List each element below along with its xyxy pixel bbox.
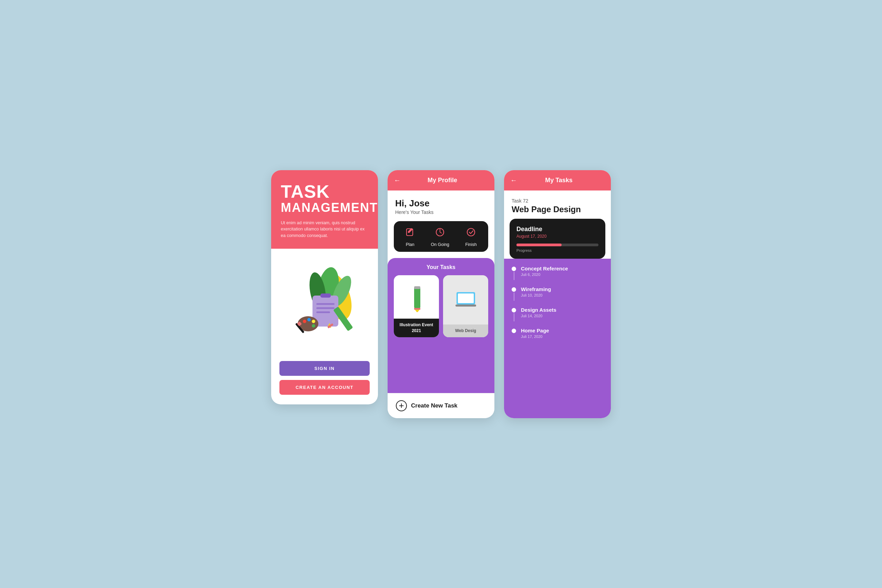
pill-ongoing[interactable]: On Going bbox=[431, 227, 450, 247]
screen1-description: Ut enim ad minim veniam, quis nostrud ex… bbox=[281, 220, 368, 239]
screen-my-profile: ← My Profile Hi, Jose Here's Your Tasks … bbox=[388, 170, 494, 418]
svg-rect-6 bbox=[316, 303, 334, 305]
task-card-illustration[interactable]: Illustration Event 2021 bbox=[394, 275, 439, 337]
timeline-date: Juli 10, 2020 bbox=[521, 293, 551, 297]
timeline-dot-col bbox=[512, 328, 516, 333]
pill-finish-label: Finish bbox=[465, 242, 477, 247]
svg-rect-7 bbox=[316, 307, 334, 309]
your-tasks-section: Your Tasks Illustration Event 2021 bbox=[388, 258, 494, 393]
screen3-header: ← My Tasks bbox=[504, 170, 611, 190]
timeline-item: Design Assets Juli 14, 2020 bbox=[512, 307, 603, 322]
task-detail-card: Deadline August 17, 2020 Progress bbox=[510, 219, 605, 259]
progress-bar-bg bbox=[516, 243, 598, 246]
svg-rect-28 bbox=[414, 286, 420, 289]
timeline-dot bbox=[512, 328, 516, 333]
screen1-buttons: SIGN IN CREATE AN ACCOUNT bbox=[271, 357, 378, 404]
timeline-line bbox=[514, 272, 514, 280]
task-card2-label: Web Desig bbox=[443, 324, 488, 337]
screen-task-management: TASK MANAGEMENT Ut enim ad minim veniam,… bbox=[271, 170, 378, 404]
pill-plan[interactable]: Plan bbox=[405, 227, 415, 247]
create-task-plus-icon: + bbox=[396, 400, 407, 411]
pencil-illustration-icon bbox=[405, 285, 429, 312]
svg-rect-25 bbox=[414, 286, 420, 309]
timeline-dot-col bbox=[512, 286, 516, 302]
deadline-label: Deadline bbox=[516, 226, 598, 233]
timeline-item: Home Page Juli 17, 2020 bbox=[512, 328, 603, 339]
svg-point-14 bbox=[308, 318, 311, 321]
timeline-dot-col bbox=[512, 307, 516, 322]
back-button-screen2[interactable]: ← bbox=[394, 176, 401, 184]
timeline-dot-col bbox=[512, 266, 516, 281]
greeting-sub: Here's Your Tasks bbox=[395, 209, 487, 215]
svg-rect-8 bbox=[316, 311, 330, 313]
timeline-content: Home Page Juli 17, 2020 bbox=[521, 328, 549, 339]
timeline-line bbox=[514, 292, 514, 301]
screen2-header: ← My Profile bbox=[388, 170, 494, 190]
screen3-task-info: Task 72 Web Page Design bbox=[504, 190, 611, 219]
screen1-title-task: TASK bbox=[281, 183, 368, 201]
screen-my-tasks: ← My Tasks Task 72 Web Page Design Deadl… bbox=[504, 170, 611, 418]
svg-line-23 bbox=[440, 232, 442, 233]
signin-button[interactable]: SIGN IN bbox=[279, 361, 370, 376]
back-button-screen3[interactable]: ← bbox=[510, 176, 517, 184]
svg-point-13 bbox=[303, 320, 306, 323]
svg-point-24 bbox=[467, 228, 475, 236]
timeline-section: Concept Reference Juli 6, 2020 Wireframi… bbox=[504, 259, 611, 418]
create-task-label: Create New Task bbox=[411, 402, 458, 409]
svg-point-15 bbox=[312, 320, 315, 323]
task-card-web[interactable]: Web Desig bbox=[443, 275, 488, 337]
svg-rect-30 bbox=[458, 294, 474, 303]
timeline-content: Wireframing Juli 10, 2020 bbox=[521, 286, 551, 297]
timeline-content: Design Assets Juli 14, 2020 bbox=[521, 307, 556, 318]
pill-plan-label: Plan bbox=[406, 242, 414, 247]
timeline-content: Concept Reference Juli 6, 2020 bbox=[521, 266, 568, 277]
timeline-dot bbox=[512, 308, 516, 312]
plan-icon bbox=[405, 227, 415, 239]
task-number: Task 72 bbox=[512, 198, 603, 204]
illustration-svg bbox=[283, 265, 366, 341]
screen2-header-title: My Profile bbox=[405, 177, 480, 184]
greeting-hi: Hi, Jose bbox=[395, 198, 487, 209]
screens-container: TASK MANAGEMENT Ut enim ad minim veniam,… bbox=[271, 170, 611, 418]
task-card1-label: Illustration Event 2021 bbox=[394, 319, 439, 337]
tasks-cards-row: Illustration Event 2021 Web Desig bbox=[394, 275, 488, 337]
screen3-header-title: My Tasks bbox=[521, 177, 596, 184]
deadline-date: August 17, 2020 bbox=[516, 234, 598, 239]
screen2-greeting: Hi, Jose Here's Your Tasks bbox=[388, 190, 494, 215]
timeline-title: Design Assets bbox=[521, 307, 556, 313]
tasks-pill-container: Plan On Going bbox=[394, 221, 488, 252]
timeline-date: Juli 17, 2020 bbox=[521, 334, 549, 339]
create-task-bar[interactable]: + Create New Task bbox=[388, 393, 494, 418]
timeline-title: Concept Reference bbox=[521, 266, 568, 272]
svg-rect-5 bbox=[320, 294, 331, 298]
screen1-title-mgmt: MANAGEMENT bbox=[281, 201, 368, 215]
task-card2-icon bbox=[443, 275, 488, 324]
svg-rect-27 bbox=[414, 308, 420, 310]
svg-point-16 bbox=[312, 324, 315, 328]
screen1-hero: TASK MANAGEMENT Ut enim ad minim veniam,… bbox=[271, 170, 378, 249]
pill-finish[interactable]: Finish bbox=[465, 227, 477, 247]
svg-point-21 bbox=[440, 229, 441, 230]
timeline-title: Wireframing bbox=[521, 286, 551, 292]
task-name: Web Page Design bbox=[512, 205, 603, 214]
progress-bar-fill bbox=[516, 243, 562, 246]
timeline-title: Home Page bbox=[521, 328, 549, 334]
your-tasks-title: Your Tasks bbox=[394, 264, 488, 270]
timeline-dot bbox=[512, 287, 516, 292]
ongoing-icon bbox=[435, 227, 445, 239]
create-account-button[interactable]: CREATE AN ACCOUNT bbox=[279, 380, 370, 395]
timeline-line bbox=[514, 313, 514, 321]
task-card1-icon bbox=[394, 275, 439, 319]
svg-rect-31 bbox=[456, 304, 476, 307]
timeline-date: Juli 14, 2020 bbox=[521, 314, 556, 318]
timeline-date: Juli 6, 2020 bbox=[521, 273, 568, 277]
pill-ongoing-label: On Going bbox=[431, 242, 450, 247]
laptop-icon bbox=[454, 290, 478, 310]
timeline-item: Concept Reference Juli 6, 2020 bbox=[512, 266, 603, 281]
timeline-item: Wireframing Juli 10, 2020 bbox=[512, 286, 603, 302]
finish-icon bbox=[466, 227, 476, 239]
progress-label: Progress bbox=[516, 248, 598, 252]
screen1-illustration bbox=[271, 249, 378, 357]
timeline-dot bbox=[512, 267, 516, 271]
